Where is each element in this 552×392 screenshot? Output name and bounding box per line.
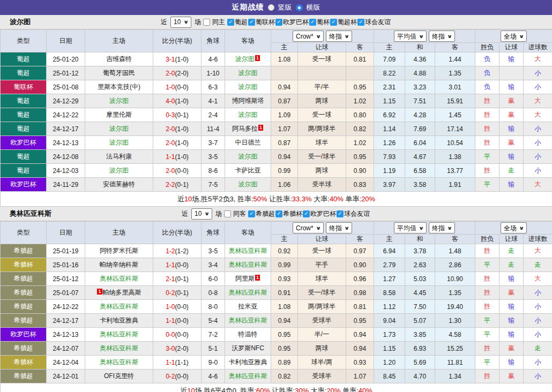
match-row: 希腊杯 25-01-16 帕纳辛纳科斯 1-1(0-0) 3-4 奥林匹亚科斯 …: [1, 258, 552, 272]
halftime-score: (0-1): [175, 275, 189, 283]
same-venue-checkbox[interactable]: [224, 210, 231, 217]
match-count-select[interactable]: 10: [191, 208, 212, 220]
result-handicap: 输: [499, 52, 524, 66]
league-checkbox[interactable]: ✓: [330, 19, 337, 26]
league-badge: 葡超: [1, 164, 47, 178]
home-team-name: 奥林匹亚科斯: [100, 330, 138, 338]
result-handicap: 输: [499, 80, 524, 94]
vertical-layout-radio[interactable]: [268, 4, 274, 11]
result-goals: 小: [524, 314, 552, 328]
result-handicap: 赢: [499, 94, 524, 108]
odds-source-select[interactable]: Crow*: [293, 31, 324, 42]
avg-away-odds: 2.86: [435, 258, 475, 272]
col-score: 比分(半场): [153, 30, 202, 52]
league-badge: 希腊超: [1, 370, 47, 383]
fulltime-score: 1-1: [166, 153, 175, 161]
match-row: 葡超 24-12-29 波尔图 4-0(1-0) 4-1 博阿维斯塔 0.87 …: [1, 94, 552, 108]
league-badge: 葡超: [1, 150, 47, 164]
league-checkbox[interactable]: ✓: [275, 19, 282, 26]
handicap-line: 平手: [298, 258, 346, 272]
match-row: 葡超 25-01-20 吉维森特 3-1(1-0) 4-6 波尔图1 1.08 …: [1, 52, 552, 66]
handicap-away-odds: 0.82: [346, 122, 374, 136]
result-handicap: 输: [499, 150, 524, 164]
score-cell: 0-2(0-0): [153, 370, 202, 383]
league-checkbox[interactable]: ✓: [309, 19, 316, 26]
final-odds-select-wrap: 终指: [429, 222, 455, 233]
score-cell: 1-1(0-0): [153, 258, 202, 272]
halftime-score: (1-1): [175, 359, 189, 366]
final-odds-select[interactable]: 终指: [326, 222, 352, 233]
final-odds-select[interactable]: 终指: [326, 31, 352, 42]
match-count-select[interactable]: 10: [170, 17, 191, 28]
result-handicap: 走: [499, 258, 524, 272]
halftime-score: (0-0): [175, 303, 189, 311]
league-checkbox[interactable]: ✓: [248, 210, 255, 217]
league-checkbox[interactable]: ✓: [275, 210, 282, 217]
handicap-home-odds: 0.99: [271, 164, 298, 178]
home-team-name: 阿特罗米托斯: [100, 247, 138, 254]
average-select[interactable]: 平均值: [394, 222, 427, 233]
horizontal-layout-radio[interactable]: [296, 4, 303, 11]
avg-draw-odds: 4.67: [405, 150, 435, 164]
result-handicap: 走: [499, 164, 524, 178]
same-venue-checkbox[interactable]: [203, 19, 210, 26]
check-icon: ✓: [249, 211, 253, 216]
match-date: 24-11-29: [47, 178, 85, 192]
fulltime-score: 0-3: [166, 111, 175, 119]
away-team-cell: 波尔图: [225, 178, 271, 192]
home-team-name: 波尔图: [109, 97, 129, 104]
fulltime-select[interactable]: 全场: [501, 222, 527, 233]
avg-away-odds: 1.91: [435, 178, 475, 192]
col-home: 主场: [85, 30, 153, 52]
result-handicap: 输: [499, 122, 524, 136]
corner-count: 9-0: [202, 356, 225, 370]
halftime-score: (0-0): [175, 331, 189, 338]
handicap-line: 受球半: [298, 370, 346, 383]
result-goals: 走: [524, 342, 552, 356]
handicap-away-odds: 0.94: [346, 342, 374, 356]
average-select[interactable]: 平均值: [394, 31, 427, 42]
col-type: 类型: [1, 30, 47, 52]
check-icon: ✓: [304, 211, 308, 216]
league-checkbox[interactable]: ✓: [248, 19, 255, 26]
fulltime-score: 1-2: [166, 247, 175, 255]
match-date: 24-12-03: [47, 164, 85, 178]
handicap-home-odds: 1.06: [271, 178, 298, 192]
page-header: 近期战绩 竖版 横版: [0, 0, 552, 15]
home-team-name: 奥林匹亚科斯: [100, 303, 138, 310]
result-goals: 小: [524, 164, 552, 178]
fulltime-select[interactable]: 全场: [501, 31, 527, 42]
home-team-cell: 卡利地亚雅典: [85, 314, 153, 328]
final-odds-select[interactable]: 终指: [429, 31, 455, 42]
handicap-line: 受一球: [298, 52, 346, 66]
league-checkbox[interactable]: ✓: [227, 19, 234, 26]
league-checkbox[interactable]: ✓: [337, 210, 344, 217]
score-cell: 1-1(0-0): [153, 314, 202, 328]
result-goals: 大: [524, 272, 552, 286]
avg-away-odds: 1.34: [435, 370, 475, 383]
match-count-select-wrap: 10: [191, 208, 212, 220]
handicap-line: 两球: [298, 94, 346, 108]
final-odds-select-wrap: 终指: [429, 31, 455, 42]
odds-source-select[interactable]: Crow*: [293, 222, 324, 233]
league-badge: 葡超: [1, 122, 47, 136]
handicap-away-odds: 0.96: [346, 272, 374, 286]
handicap-group-header: Crow*终指: [271, 222, 374, 235]
final-odds-select[interactable]: 终指: [429, 222, 455, 233]
league-checkbox-label: 欧罗巴杯: [310, 209, 336, 218]
score-cell: 2-1(0-1): [153, 272, 202, 286]
corner-count: 3-5: [202, 244, 225, 258]
league-checkbox-label: 葡超: [235, 18, 248, 27]
away-team-cell: 阿里斯1: [225, 272, 271, 286]
avg-away-odds: 1.30: [435, 314, 475, 328]
score-cell: 1-0(0-0): [153, 80, 202, 94]
away-team-name: 阿里斯: [235, 275, 255, 282]
result-goals: 小: [524, 80, 552, 94]
league-checkbox[interactable]: ✓: [357, 19, 364, 26]
avg-home-odds: 1.19: [374, 164, 405, 178]
match-row: 葡超 24-12-03 波尔图 2-0(0-0) 8-6 卡萨比亚 0.99 两…: [1, 164, 552, 178]
away-team-cell: 卡萨比亚: [225, 164, 271, 178]
league-checkbox[interactable]: ✓: [303, 210, 310, 217]
home-team-name: 帕纳多里高斯: [103, 289, 141, 296]
handicap-home-odds: 0.89: [271, 356, 298, 370]
